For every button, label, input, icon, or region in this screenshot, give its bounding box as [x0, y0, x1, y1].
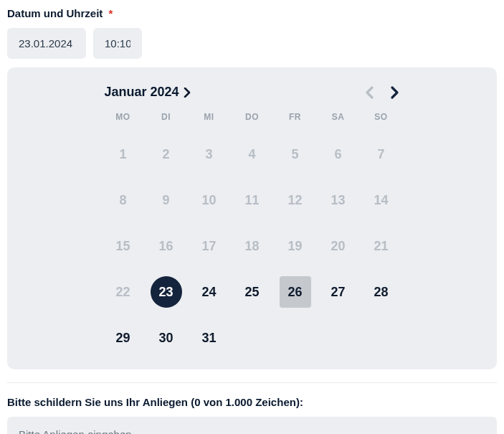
calendar-day: 4: [231, 137, 274, 171]
calendar-day-number: 4: [237, 138, 268, 170]
calendar-day-number: 18: [237, 230, 268, 262]
chevron-right-small-icon: [184, 88, 191, 98]
calendar-day-number: 24: [194, 276, 225, 308]
calendar-day: 6: [317, 137, 360, 171]
calendar-day: 22: [102, 275, 145, 309]
calendar-day: 12: [274, 183, 317, 217]
calendar-day[interactable]: 26: [274, 275, 317, 309]
calendar-day: 7: [360, 137, 403, 171]
calendar-day-number: 27: [323, 276, 354, 308]
calendar-day: 9: [145, 183, 188, 217]
calendar-day: 18: [231, 229, 274, 263]
calendar-day-number: 15: [108, 230, 139, 262]
calendar-day-number: 31: [194, 322, 225, 354]
calendar-day: 13: [317, 183, 360, 217]
calendar-day-number: 25: [237, 276, 268, 308]
prev-month-button[interactable]: [364, 85, 374, 100]
calendar-day-number: 7: [366, 138, 397, 170]
calendar-day-number: 11: [237, 184, 268, 216]
calendar-day-number: 20: [323, 230, 354, 262]
calendar-day: 11: [231, 183, 274, 217]
datetime-label-text: Datum und Uhrzeit: [7, 7, 103, 19]
calendar-day-number: 8: [108, 184, 139, 216]
calendar-panel: Januar 2024 MODIMIDOFRSASO12345678910111…: [7, 67, 497, 369]
calendar-day[interactable]: 29: [102, 321, 145, 355]
calendar-day-number: 22: [108, 276, 139, 308]
calendar-day[interactable]: 27: [317, 275, 360, 309]
calendar-day[interactable]: 28: [360, 275, 403, 309]
calendar-day[interactable]: 31: [188, 321, 231, 355]
calendar-day: 20: [317, 229, 360, 263]
date-input[interactable]: [7, 28, 86, 59]
concern-label: Bitte schildern Sie uns Ihr Anliegen (0 …: [7, 396, 497, 408]
calendar-day: 3: [188, 137, 231, 171]
dow-header: MI: [188, 110, 231, 126]
dow-header: MO: [102, 110, 145, 126]
calendar-empty: [231, 321, 274, 355]
calendar-empty: [317, 321, 360, 355]
calendar-day-number: 12: [280, 184, 311, 216]
calendar-day: 16: [145, 229, 188, 263]
required-marker: *: [109, 7, 113, 19]
dow-header: DO: [231, 110, 274, 126]
calendar-day: 8: [102, 183, 145, 217]
calendar-day[interactable]: 23: [145, 275, 188, 309]
calendar-day-number: 1: [108, 138, 139, 170]
calendar-header: Januar 2024: [102, 85, 403, 100]
calendar-day-number: 17: [194, 230, 225, 262]
calendar-day: 15: [102, 229, 145, 263]
calendar-empty: [274, 321, 317, 355]
calendar-grid: MODIMIDOFRSASO12345678910111213141516171…: [102, 110, 403, 355]
calendar-day-number: 19: [280, 230, 311, 262]
calendar-day[interactable]: 24: [188, 275, 231, 309]
calendar-day: 17: [188, 229, 231, 263]
dow-header: FR: [274, 110, 317, 126]
month-selector[interactable]: Januar 2024: [105, 85, 191, 100]
dow-header: DI: [145, 110, 188, 126]
concern-textarea[interactable]: [7, 417, 497, 434]
calendar-day: 2: [145, 137, 188, 171]
next-month-button[interactable]: [390, 85, 400, 100]
dow-header: SO: [360, 110, 403, 126]
datetime-inputs: [7, 28, 497, 59]
month-label: Januar 2024: [105, 85, 179, 100]
dow-header: SA: [317, 110, 360, 126]
calendar-day: 10: [188, 183, 231, 217]
calendar-day-number: 6: [323, 138, 354, 170]
calendar-day: 1: [102, 137, 145, 171]
calendar-day-number: 13: [323, 184, 354, 216]
calendar-day-number: 23: [151, 276, 182, 308]
time-input[interactable]: [93, 28, 142, 59]
calendar-day-number: 2: [151, 138, 182, 170]
calendar-day: 21: [360, 229, 403, 263]
datetime-label: Datum und Uhrzeit *: [7, 7, 497, 19]
calendar-day[interactable]: 25: [231, 275, 274, 309]
calendar-day[interactable]: 30: [145, 321, 188, 355]
calendar-day: 14: [360, 183, 403, 217]
calendar-nav: [364, 85, 400, 100]
calendar-day-number: 28: [366, 276, 397, 308]
calendar-day-number: 9: [151, 184, 182, 216]
calendar-day: 19: [274, 229, 317, 263]
divider: [7, 382, 497, 383]
calendar-day-number: 5: [280, 138, 311, 170]
calendar-day-number: 29: [108, 322, 139, 354]
calendar-day-number: 16: [151, 230, 182, 262]
calendar-empty: [360, 321, 403, 355]
calendar-day-number: 10: [194, 184, 225, 216]
calendar-day-number: 3: [194, 138, 225, 170]
calendar-day: 5: [274, 137, 317, 171]
calendar-day-number: 30: [151, 322, 182, 354]
calendar-day-number: 26: [280, 276, 311, 308]
calendar-day-number: 14: [366, 184, 397, 216]
calendar-day-number: 21: [366, 230, 397, 262]
